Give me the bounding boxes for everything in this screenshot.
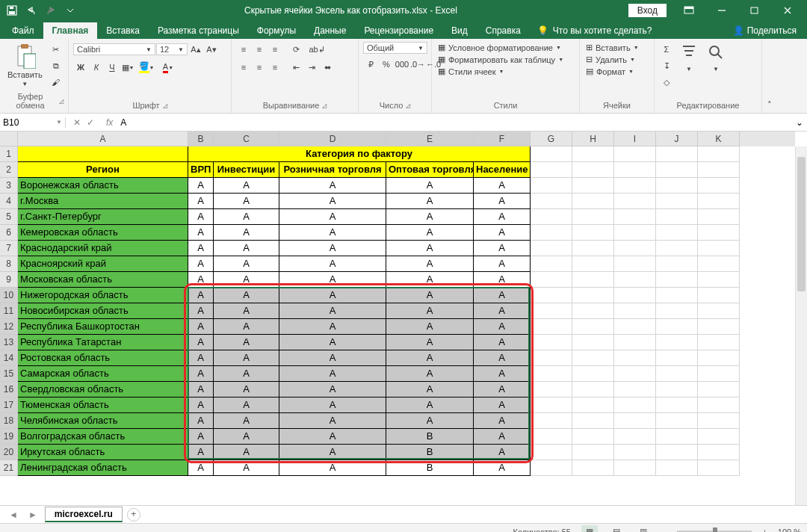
cell[interactable]	[656, 445, 698, 460]
cell[interactable]	[698, 303, 740, 319]
sheet-nav-prev-icon[interactable]: ◄	[6, 510, 21, 520]
cell[interactable]	[656, 398, 698, 413]
close-icon[interactable]	[771, 0, 804, 21]
row-header[interactable]: 8	[0, 256, 18, 272]
cell[interactable]: A	[279, 288, 386, 303]
column-header[interactable]: H	[572, 132, 614, 146]
cell[interactable]	[698, 398, 740, 413]
cell[interactable]: ВРП	[188, 162, 214, 178]
cell[interactable]: A	[188, 460, 214, 476]
cell[interactable]	[698, 445, 740, 460]
cell[interactable]: A	[214, 209, 279, 225]
cell[interactable]: A	[386, 350, 474, 366]
cell[interactable]	[572, 382, 614, 398]
cell[interactable]	[614, 256, 656, 272]
cell[interactable]	[572, 303, 614, 319]
row-header[interactable]: 15	[0, 366, 18, 382]
sheet-tab[interactable]: microexcel.ru	[45, 507, 123, 522]
cell[interactable]: A	[279, 241, 386, 256]
row-header[interactable]: 19	[0, 429, 18, 445]
find-select-button[interactable]: ▼	[704, 42, 728, 74]
cell[interactable]	[656, 272, 698, 288]
page-layout-view-icon[interactable]: ▤	[608, 525, 625, 533]
cell[interactable]: A	[386, 413, 474, 429]
row-header[interactable]: 11	[0, 303, 18, 319]
cell[interactable]: A	[279, 194, 386, 209]
dialog-launcher-icon[interactable]: ◿	[59, 98, 64, 105]
row-header[interactable]: 16	[0, 382, 18, 398]
cell[interactable]	[614, 303, 656, 319]
cell[interactable]: A	[279, 178, 386, 194]
row-header[interactable]: 4	[0, 194, 18, 209]
cell[interactable]: A	[279, 460, 386, 476]
cell[interactable]	[572, 350, 614, 366]
cell[interactable]	[656, 162, 698, 178]
share-button[interactable]: 👤 Поделиться	[726, 22, 804, 39]
percent-icon[interactable]: %	[379, 57, 394, 72]
tab-home[interactable]: Главная	[43, 22, 98, 39]
cell[interactable]: A	[474, 366, 531, 382]
cell[interactable]	[614, 272, 656, 288]
cell[interactable]: A	[188, 178, 214, 194]
cell[interactable]	[698, 194, 740, 209]
cell[interactable]: Красноярский край	[18, 256, 188, 272]
cell[interactable]	[614, 194, 656, 209]
cell[interactable]: Воронежская область	[18, 178, 188, 194]
font-size-combo[interactable]: 12▼	[156, 43, 188, 55]
cell[interactable]: A	[474, 272, 531, 288]
merge-icon[interactable]: ⬌	[320, 60, 335, 75]
cell[interactable]	[572, 445, 614, 460]
increase-indent-icon[interactable]: ⇥	[304, 60, 319, 75]
comma-icon[interactable]: 000	[395, 57, 409, 72]
cell-grid[interactable]: Категория по факторуРегионВРПИнвестицииР…	[18, 146, 795, 505]
copy-icon[interactable]: ⧉	[49, 58, 64, 73]
cell[interactable]	[656, 288, 698, 303]
cell[interactable]: Нижегородская область	[18, 288, 188, 303]
cell[interactable]	[614, 162, 656, 178]
cell[interactable]	[572, 272, 614, 288]
row-header[interactable]: 18	[0, 413, 18, 429]
cell[interactable]: A	[214, 413, 279, 429]
cell[interactable]: A	[214, 350, 279, 366]
conditional-formatting-button[interactable]: ▦Условное форматирование▼	[436, 42, 575, 53]
cell[interactable]	[531, 445, 572, 460]
cell[interactable]	[531, 366, 572, 382]
row-header[interactable]: 1	[0, 146, 18, 162]
column-header[interactable]: G	[531, 132, 572, 146]
cell[interactable]: A	[386, 272, 474, 288]
row-header[interactable]: 5	[0, 209, 18, 225]
cell[interactable]: A	[188, 194, 214, 209]
cell[interactable]: A	[474, 256, 531, 272]
cell[interactable]: A	[279, 445, 386, 460]
cell[interactable]: A	[214, 256, 279, 272]
cell[interactable]: A	[474, 194, 531, 209]
cell[interactable]	[572, 319, 614, 335]
border-button[interactable]: ▦▼	[120, 60, 135, 75]
cell[interactable]: Регион	[18, 162, 188, 178]
row-header[interactable]: 2	[0, 162, 18, 178]
cell[interactable]	[572, 256, 614, 272]
cell[interactable]: Республика Татарстан	[18, 335, 188, 350]
cell[interactable]: A	[474, 445, 531, 460]
cell[interactable]	[698, 241, 740, 256]
cell[interactable]: Новосибирская область	[18, 303, 188, 319]
cell[interactable]	[531, 319, 572, 335]
row-header[interactable]: 12	[0, 319, 18, 335]
cell[interactable]	[614, 146, 656, 162]
cell[interactable]	[572, 178, 614, 194]
underline-button[interactable]: Ч	[105, 60, 120, 75]
cell[interactable]	[698, 382, 740, 398]
cell[interactable]: A	[214, 303, 279, 319]
align-bottom-icon[interactable]: ≡	[268, 42, 282, 57]
column-header[interactable]: A	[18, 132, 188, 146]
currency-icon[interactable]: ₽	[363, 57, 378, 72]
cell[interactable]: A	[188, 272, 214, 288]
cell[interactable]	[656, 146, 698, 162]
row-header[interactable]: 20	[0, 445, 18, 460]
add-sheet-button[interactable]: +	[127, 508, 140, 522]
cell[interactable]: A	[279, 256, 386, 272]
login-button[interactable]: Вход	[628, 4, 667, 17]
cell[interactable]: Ленинградская область	[18, 460, 188, 476]
increase-decimal-icon[interactable]: .0→	[410, 57, 425, 72]
cell[interactable]: A	[279, 413, 386, 429]
